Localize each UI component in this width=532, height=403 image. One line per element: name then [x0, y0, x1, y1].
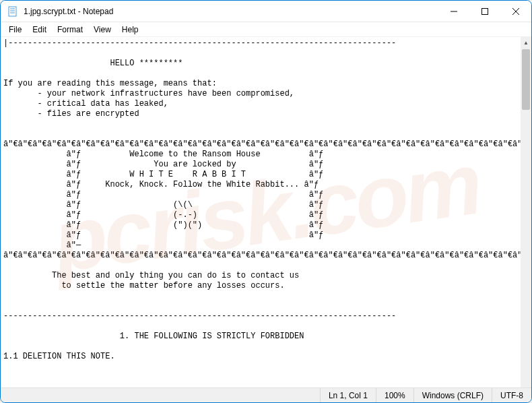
- window-title: 1.jpg.scrypt.txt - Notepad: [24, 7, 438, 16]
- menu-file[interactable]: File: [3, 24, 27, 36]
- close-button[interactable]: [500, 1, 531, 22]
- status-position: Ln 1, Col 1: [320, 388, 376, 402]
- titlebar: 1.jpg.scrypt.txt - Notepad: [1, 1, 531, 22]
- notepad-icon: [7, 6, 18, 17]
- window-controls: [438, 1, 531, 22]
- menu-help[interactable]: Help: [117, 24, 144, 36]
- minimize-button[interactable]: [438, 1, 469, 22]
- status-zoom: 100%: [376, 388, 413, 402]
- status-encoding: UTF-8: [492, 388, 531, 402]
- menu-view[interactable]: View: [88, 24, 117, 36]
- notepad-window: 1.jpg.scrypt.txt - Notepad File Edit For…: [0, 0, 532, 403]
- maximize-button[interactable]: [469, 1, 500, 22]
- svg-rect-0: [9, 7, 16, 16]
- svg-rect-5: [482, 9, 488, 15]
- status-lineend: Windows (CRLF): [413, 388, 492, 402]
- vertical-scrollbar[interactable]: ▲: [521, 37, 531, 388]
- scroll-up-arrow[interactable]: ▲: [521, 37, 531, 48]
- statusbar: Ln 1, Col 1 100% Windows (CRLF) UTF-8: [1, 388, 531, 402]
- menu-format[interactable]: Format: [52, 24, 88, 36]
- text-content[interactable]: |---------------------------------------…: [1, 37, 521, 388]
- menu-edit[interactable]: Edit: [27, 24, 52, 36]
- content-area: |---------------------------------------…: [1, 37, 531, 388]
- menubar: File Edit Format View Help: [1, 22, 531, 37]
- scroll-thumb[interactable]: [522, 49, 530, 110]
